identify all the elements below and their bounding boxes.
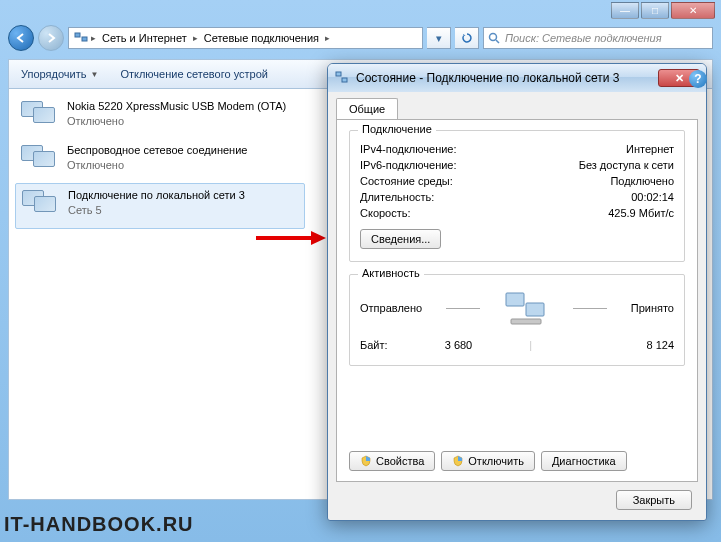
media-label: Состояние среды: [360,175,453,187]
bytes-label: Байт: [360,339,388,351]
wireless-adapter-icon [19,143,59,179]
ipv4-label: IPv4-подключение: [360,143,457,155]
tab-panel-general: Подключение IPv4-подключение:Интернет IP… [336,119,698,482]
svg-rect-7 [342,78,347,82]
nav-back-button[interactable] [8,25,34,51]
connection-network: Сеть 5 [68,203,245,218]
refresh-button[interactable] [455,27,479,49]
disable-device-button[interactable]: Отключение сетевого устрой [114,66,274,82]
group-label: Подключение [358,123,436,135]
ipv6-label: IPv6-подключение: [360,159,457,171]
diagnose-button[interactable]: Диагностика [541,451,627,471]
connection-name: Беспроводное сетевое соединение [67,143,247,158]
connection-status-icon [334,70,350,86]
svg-rect-1 [82,37,87,41]
arrow-right-icon [45,32,57,44]
separator [446,308,480,309]
window-titlebar: — □ ✕ [0,0,721,23]
chevron-right-icon: ▸ [193,33,198,43]
tab-general[interactable]: Общие [336,98,398,119]
connection-name: Nokia 5220 XpressMusic USB Modem (OTA) [67,99,286,114]
connection-status: Отключено [67,114,286,129]
duration-label: Длительность: [360,191,434,203]
chevron-down-icon: ▼ [90,70,98,79]
group-label: Активность [358,267,424,279]
bytes-sent-value: 3 680 [388,339,530,351]
svg-rect-9 [526,303,544,316]
activity-computers-icon [503,289,549,327]
properties-button[interactable]: Свойства [349,451,435,471]
status-dialog: Состояние - Подключение по локальной сет… [327,63,707,521]
connection-name: Подключение по локальной сети 3 [68,188,245,203]
svg-marker-5 [311,231,326,245]
connection-item[interactable]: Nokia 5220 XpressMusic USB Modem (OTA) О… [15,95,305,139]
duration-value: 00:02:14 [631,191,674,203]
shield-icon [452,455,464,467]
search-icon [488,32,501,45]
lan-adapter-icon [20,188,60,224]
media-value: Подключено [610,175,674,187]
received-label: Принято [631,302,674,314]
details-button[interactable]: Сведения... [360,229,441,249]
network-center-icon [73,30,89,46]
svg-rect-6 [336,72,341,76]
chevron-right-icon: ▸ [91,33,96,43]
dropdown-button[interactable]: ▾ [427,27,451,49]
breadcrumb-path[interactable]: ▸ Сеть и Интернет ▸ Сетевые подключения … [68,27,423,49]
nav-forward-button[interactable] [38,25,64,51]
connection-status: Отключено [67,158,247,173]
connection-group: Подключение IPv4-подключение:Интернет IP… [349,130,685,262]
network-adapter-icon [19,99,59,135]
svg-rect-8 [506,293,524,306]
shield-icon [360,455,372,467]
help-button[interactable]: ? [689,70,707,88]
svg-point-2 [490,33,497,40]
svg-rect-10 [511,319,541,324]
dialog-titlebar: Состояние - Подключение по локальной сет… [328,64,706,92]
minimize-button[interactable]: — [611,2,639,19]
dialog-title: Состояние - Подключение по локальной сет… [356,71,620,85]
search-placeholder: Поиск: Сетевые подключения [505,32,662,44]
activity-group: Активность Отправлено Принято Байт: 3 68… [349,274,685,366]
disable-button[interactable]: Отключить [441,451,535,471]
organize-button[interactable]: Упорядочить ▼ [15,66,104,82]
arrow-left-icon [15,32,27,44]
breadcrumb-seg-network[interactable]: Сеть и Интернет [98,32,191,44]
separator [573,308,607,309]
ipv4-value: Интернет [626,143,674,155]
watermark-text: IT-HANDBOOK.RU [4,513,194,536]
close-button[interactable]: Закрыть [616,490,692,510]
svg-rect-0 [75,33,80,37]
sent-label: Отправлено [360,302,422,314]
ipv6-value: Без доступа к сети [579,159,674,171]
breadcrumb-seg-connections[interactable]: Сетевые подключения [200,32,323,44]
speed-label: Скорость: [360,207,411,219]
connection-item-selected[interactable]: Подключение по локальной сети 3 Сеть 5 [15,183,305,229]
tab-strip: Общие [328,92,706,119]
maximize-button[interactable]: □ [641,2,669,19]
search-input[interactable]: Поиск: Сетевые подключения [483,27,713,49]
svg-line-3 [496,40,499,43]
bytes-received-value: 8 124 [532,339,674,351]
window-close-button[interactable]: ✕ [671,2,715,19]
annotation-arrow-icon [256,231,326,245]
speed-value: 425.9 Мбит/с [608,207,674,219]
refresh-icon [461,32,473,44]
address-bar: ▸ Сеть и Интернет ▸ Сетевые подключения … [8,23,713,53]
connection-item[interactable]: Беспроводное сетевое соединение Отключен… [15,139,305,183]
chevron-right-icon: ▸ [325,33,330,43]
